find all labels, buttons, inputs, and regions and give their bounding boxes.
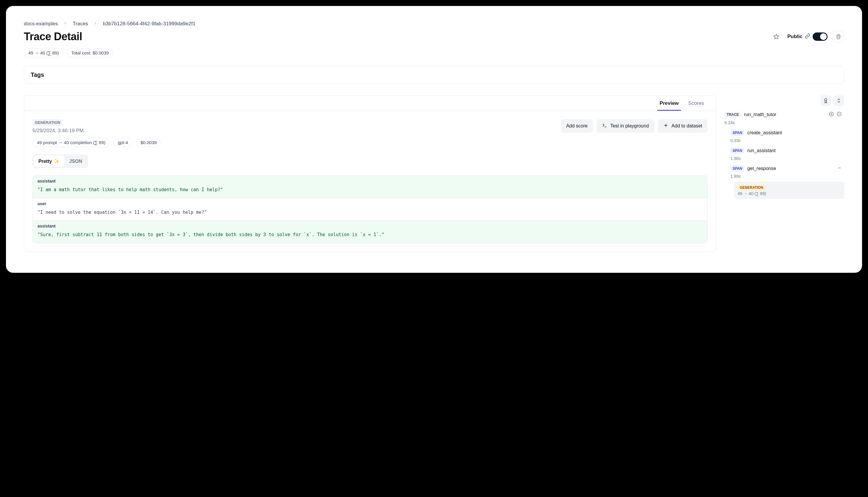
detail-panel: Preview Scores GENERATION 5/29/2024, 3:4… — [24, 95, 716, 252]
generation-chip: GENERATION — [738, 185, 765, 190]
span-time: 1.99s — [730, 174, 844, 179]
title-row: Trace Detail Public — [24, 30, 844, 43]
public-label: Public — [787, 34, 802, 40]
message-assistant: assistant "I am a math tutor that likes … — [33, 176, 707, 198]
detail-tabs: Preview Scores — [24, 96, 716, 111]
generation-timestamp: 5/29/2024, 3:46:19 PM — [32, 128, 84, 134]
message-user: user "I need to solve the equation `3x +… — [33, 198, 707, 221]
main-content: Preview Scores GENERATION 5/29/2024, 3:4… — [24, 95, 844, 252]
app-window: docs-examples Traces b3b7b128-5664-4f42-… — [6, 6, 862, 273]
public-toggle-group: Public — [787, 32, 827, 41]
sparkle-icon: ✨ — [54, 158, 59, 164]
tab-scores[interactable]: Scores — [683, 96, 709, 111]
chevron-right-icon — [93, 21, 98, 27]
breadcrumb-traces[interactable]: Traces — [73, 21, 88, 27]
message-content: "Sure, first subtract 11 from both sides… — [33, 228, 707, 243]
span-time: 1.90s — [730, 156, 844, 161]
span-chip: SPAN — [730, 148, 744, 154]
generation-header: GENERATION 5/29/2024, 3:46:19 PM Add sco… — [32, 119, 708, 134]
test-playground-button[interactable]: Test in playground — [596, 119, 654, 133]
svg-marker-0 — [774, 34, 779, 39]
messages-list: assistant "I am a math tutor that likes … — [32, 175, 708, 243]
message-role: user — [33, 198, 707, 206]
span-name: get_response — [747, 166, 776, 171]
tree-trace-row[interactable]: TRACE run_math_tutor — [722, 110, 844, 120]
trace-tree: TRACE run_math_tutor 9.24s — [722, 110, 844, 199]
page-title: Trace Detail — [24, 30, 82, 43]
tree-generation-row[interactable]: GENERATION 49 → 40 (∑ 89) — [734, 182, 844, 199]
tokens-badge: 49 → 40 (∑ 89) — [24, 48, 63, 57]
trace-chip: TRACE — [724, 112, 741, 118]
tree-span-row[interactable]: SPAN get_response — [728, 164, 844, 173]
public-toggle[interactable] — [813, 32, 827, 41]
minus-circle-icon[interactable] — [837, 111, 842, 118]
generation-type-chip: GENERATION — [32, 119, 63, 126]
add-dataset-button[interactable]: Add to dataset — [658, 119, 708, 133]
span-name: run_assistant — [747, 148, 776, 153]
action-buttons: Add score Test in playground — [561, 119, 708, 133]
view-pretty[interactable]: Pretty ✨ — [34, 155, 64, 167]
span-chip: SPAN — [730, 166, 744, 171]
meta-cost: $0.0039 — [136, 138, 161, 147]
tab-preview[interactable]: Preview — [655, 96, 683, 111]
message-content: "I am a math tutor that likes to help ma… — [33, 183, 707, 198]
meta-tokens: 49 prompt → 40 completion (∑ 89) — [32, 138, 110, 147]
message-content: "I need to solve the equation `3x + 11 =… — [33, 206, 707, 221]
generation-meta: 49 prompt → 40 completion (∑ 89) gpt-4 $… — [32, 138, 708, 147]
add-score-button[interactable]: Add score — [561, 119, 593, 133]
collapse-icon[interactable] — [834, 95, 844, 106]
tree-actions — [722, 95, 844, 106]
message-role: assistant — [33, 176, 707, 183]
message-assistant: assistant "Sure, first subtract 11 from … — [33, 221, 707, 243]
link-icon — [805, 33, 810, 40]
view-json[interactable]: JSON — [64, 155, 87, 167]
star-icon[interactable] — [771, 31, 782, 42]
message-role: assistant — [33, 221, 707, 228]
generation-sub: 49 → 40 (∑ 89) — [738, 191, 841, 196]
tags-panel[interactable]: Tags — [24, 66, 844, 84]
plus-icon — [663, 123, 668, 129]
minus-icon[interactable] — [837, 166, 842, 171]
summary-badges: 49 → 40 (∑ 89) Total cost: $0.0039 — [24, 48, 844, 57]
tree-span-row[interactable]: SPAN create_assistant — [728, 128, 844, 138]
span-name: create_assistant — [747, 130, 782, 136]
cost-badge: Total cost: $0.0039 — [67, 48, 113, 57]
breadcrumb-project[interactable]: docs-examples — [24, 21, 58, 27]
chevron-right-icon — [63, 21, 67, 27]
meta-model: gpt-4 — [113, 138, 132, 147]
plus-circle-icon[interactable] — [829, 111, 834, 118]
span-chip: SPAN — [730, 130, 744, 136]
trace-time: 9.24s — [724, 120, 844, 125]
award-icon[interactable] — [820, 95, 831, 106]
span-time: 0.33s — [730, 138, 844, 143]
svg-point-4 — [825, 99, 827, 101]
delete-button[interactable] — [833, 31, 844, 42]
tags-title: Tags — [31, 71, 837, 78]
trace-name: run_math_tutor — [744, 112, 776, 117]
breadcrumb-trace-id[interactable]: b3b7b128-5664-4f42-9fab-31999da9e2f1 — [103, 21, 196, 27]
tree-span-row[interactable]: SPAN run_assistant — [728, 146, 844, 155]
breadcrumb: docs-examples Traces b3b7b128-5664-4f42-… — [24, 21, 844, 27]
tree-panel: TRACE run_math_tutor 9.24s — [722, 95, 844, 199]
title-actions: Public — [771, 31, 844, 42]
view-toggle: Pretty ✨ JSON — [32, 154, 88, 168]
terminal-icon — [602, 123, 607, 129]
